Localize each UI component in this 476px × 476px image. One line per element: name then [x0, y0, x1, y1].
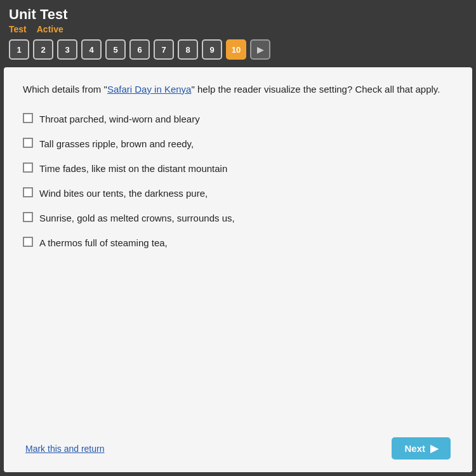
- option-label-5: Sunrise, gold as melted crowns, surround…: [39, 211, 235, 225]
- option-checkbox-2[interactable]: [23, 138, 33, 148]
- option-item-1[interactable]: Throat parched, wind-worn and bleary: [23, 112, 453, 126]
- status-label: Test: [9, 24, 27, 34]
- option-checkbox-4[interactable]: [23, 187, 33, 197]
- header: Unit Test Test Active 12345678910▶: [0, 0, 476, 67]
- next-button[interactable]: Next ▶: [392, 437, 451, 459]
- question-text: Which details from "Safari Day in Kenya"…: [23, 83, 453, 97]
- nav-button-9[interactable]: 9: [202, 39, 222, 60]
- question-prefix: Which details from ": [23, 84, 107, 95]
- next-arrow-icon: ▶: [430, 442, 438, 454]
- nav-button-6[interactable]: 6: [129, 39, 150, 60]
- option-label-4: Wind bites our tents, the darkness pure,: [39, 187, 208, 200]
- option-label-1: Throat parched, wind-worn and bleary: [39, 112, 200, 126]
- question-nav: 12345678910▶: [9, 39, 467, 60]
- page-title: Unit Test: [9, 6, 467, 23]
- nav-button-4[interactable]: 4: [81, 39, 102, 60]
- status-value: Active: [37, 24, 63, 34]
- option-item-2[interactable]: Tall grasses ripple, brown and reedy,: [23, 137, 453, 150]
- option-item-4[interactable]: Wind bites our tents, the darkness pure,: [23, 187, 453, 200]
- mark-return-link[interactable]: Mark this and return: [25, 444, 105, 454]
- option-checkbox-3[interactable]: [23, 162, 33, 173]
- header-subtitle: Test Active: [9, 24, 467, 34]
- question-suffix: " help the reader visualize the setting?…: [191, 84, 440, 95]
- option-item-5[interactable]: Sunrise, gold as melted crowns, surround…: [23, 211, 453, 225]
- nav-button-1[interactable]: 1: [9, 39, 29, 60]
- question-link[interactable]: Safari Day in Kenya: [107, 84, 192, 95]
- option-checkbox-1[interactable]: [23, 113, 33, 123]
- nav-button-7[interactable]: 7: [154, 39, 174, 60]
- option-label-6: A thermos full of steaming tea,: [39, 236, 168, 249]
- next-label: Next: [404, 443, 425, 454]
- nav-button-10[interactable]: 10: [226, 39, 246, 60]
- option-checkbox-5[interactable]: [23, 212, 33, 222]
- option-item-6[interactable]: A thermos full of steaming tea,: [23, 236, 453, 249]
- options-list: Throat parched, wind-worn and blearyTall…: [23, 112, 453, 430]
- nav-button-3[interactable]: 3: [57, 39, 77, 60]
- nav-button-8[interactable]: 8: [178, 39, 198, 60]
- nav-button-2[interactable]: 2: [33, 39, 53, 60]
- option-label-3: Time fades, like mist on the distant mou…: [39, 162, 227, 175]
- nav-button-5[interactable]: 5: [105, 39, 126, 60]
- option-item-3[interactable]: Time fades, like mist on the distant mou…: [23, 162, 453, 175]
- nav-next-arrow[interactable]: ▶: [250, 39, 270, 60]
- main-content: Which details from "Safari Day in Kenya"…: [4, 67, 472, 472]
- option-checkbox-6[interactable]: [23, 237, 33, 247]
- footer: Mark this and return Next ▶: [23, 430, 453, 462]
- option-label-2: Tall grasses ripple, brown and reedy,: [39, 137, 194, 150]
